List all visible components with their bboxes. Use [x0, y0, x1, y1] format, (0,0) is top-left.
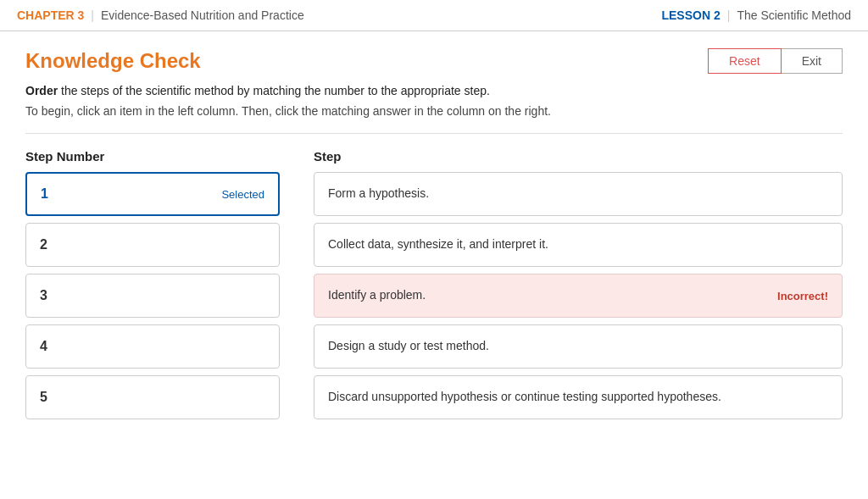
answer-item-5[interactable]: Discard unsupported hypothesis or contin… — [314, 375, 843, 419]
right-column-header: Step — [314, 149, 843, 164]
answer-text-3: Identify a problem. — [328, 287, 426, 304]
page-title: Knowledge Check — [25, 49, 201, 73]
step-number-4: 4 — [40, 339, 47, 354]
reset-button[interactable]: Reset — [708, 48, 782, 74]
header-left: CHAPTER 3 | Evidence-Based Nutrition and… — [17, 8, 304, 22]
instruction-main: Order the steps of the scientific method… — [25, 84, 843, 97]
incorrect-label-3: Incorrect! — [777, 290, 828, 302]
answer-text-4: Design a study or test method. — [328, 338, 489, 355]
answer-item-4[interactable]: Design a study or test method. — [314, 324, 843, 369]
step-number-5: 5 — [40, 390, 47, 405]
step-number-1: 1 — [41, 186, 48, 202]
instruction-bold: Order — [25, 84, 58, 97]
answer-text-5: Discard unsupported hypothesis or contin… — [328, 389, 721, 406]
answer-text-1: Form a hypothesis. — [328, 186, 429, 202]
left-column-header: Step Number — [25, 149, 280, 164]
answer-item-2[interactable]: Collect data, synthesize it, and interpr… — [314, 223, 843, 267]
instruction-sub: To begin, click an item in the left colu… — [25, 104, 843, 118]
step-number-3: 3 — [40, 288, 47, 303]
answer-items-container: Form a hypothesis.Collect data, synthesi… — [314, 172, 843, 419]
button-group: Reset Exit — [708, 48, 843, 74]
exit-button[interactable]: Exit — [782, 48, 843, 74]
step-item-1[interactable]: 1Selected — [25, 172, 280, 216]
step-item-4[interactable]: 4 — [25, 324, 280, 369]
header-divider: | — [91, 8, 94, 22]
answer-item-3[interactable]: Identify a problem.Incorrect! — [314, 274, 843, 318]
selected-label-1: Selected — [221, 188, 264, 201]
answer-item-1[interactable]: Form a hypothesis. — [314, 172, 843, 216]
step-number-2: 2 — [40, 237, 47, 252]
separator — [25, 133, 843, 134]
right-column: Step Form a hypothesis.Collect data, syn… — [314, 149, 843, 426]
step-item-3[interactable]: 3 — [25, 274, 280, 318]
lesson-label: LESSON 2 — [661, 8, 720, 22]
lesson-title: The Scientific Method — [737, 8, 851, 22]
instruction-main-text: the steps of the scientific method by ma… — [61, 84, 490, 97]
step-item-5[interactable]: 5 — [25, 375, 280, 419]
columns-layout: Step Number 1Selected2345 Step Form a hy… — [25, 149, 843, 426]
chapter-title: Evidence-Based Nutrition and Practice — [101, 8, 304, 22]
left-column: Step Number 1Selected2345 — [25, 149, 280, 426]
step-item-2[interactable]: 2 — [25, 223, 280, 267]
header-right: LESSON 2 | The Scientific Method — [661, 8, 851, 22]
answer-text-2: Collect data, synthesize it, and interpr… — [328, 236, 548, 253]
header: CHAPTER 3 | Evidence-Based Nutrition and… — [0, 0, 868, 31]
step-items-container: 1Selected2345 — [25, 172, 280, 419]
header-divider-right: | — [727, 8, 731, 22]
chapter-label: CHAPTER 3 — [17, 8, 84, 22]
content-area: Knowledge Check Reset Exit Order the ste… — [0, 31, 868, 443]
title-row: Knowledge Check Reset Exit — [25, 48, 843, 74]
